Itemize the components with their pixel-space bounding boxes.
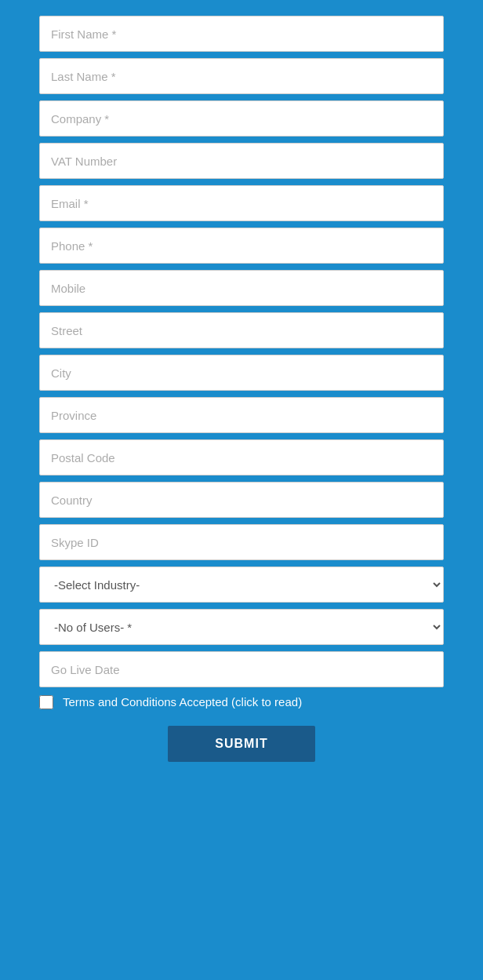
country-field [39, 482, 444, 518]
skype-id-field [39, 524, 444, 560]
vat-number-field [39, 143, 444, 179]
terms-row: Terms and Conditions Accepted (click to … [39, 694, 444, 710]
first-name-field [39, 16, 444, 52]
city-input[interactable] [39, 355, 444, 391]
submit-row: SUBMIT [39, 726, 444, 762]
last-name-input[interactable] [39, 58, 444, 94]
phone-field [39, 228, 444, 264]
province-field [39, 397, 444, 433]
industry-select[interactable]: -Select Industry- Technology Finance Hea… [39, 567, 444, 603]
postal-code-field [39, 439, 444, 475]
form-container: -Select Industry- Technology Finance Hea… [0, 0, 483, 785]
street-field [39, 312, 444, 348]
terms-label[interactable]: Terms and Conditions Accepted (click to … [63, 694, 302, 710]
company-input[interactable] [39, 100, 444, 137]
city-field [39, 355, 444, 391]
street-input[interactable] [39, 312, 444, 348]
vat-number-input[interactable] [39, 143, 444, 179]
email-field [39, 185, 444, 221]
last-name-field [39, 58, 444, 94]
users-field: -No of Users- * 1-10 11-50 51-100 101-50… [39, 609, 444, 645]
users-select[interactable]: -No of Users- * 1-10 11-50 51-100 101-50… [39, 609, 444, 645]
skype-id-input[interactable] [39, 524, 444, 560]
postal-code-input[interactable] [39, 439, 444, 475]
phone-input[interactable] [39, 228, 444, 264]
email-input[interactable] [39, 185, 444, 221]
mobile-input[interactable] [39, 270, 444, 306]
go-live-date-field [39, 651, 444, 687]
terms-checkbox[interactable] [39, 695, 53, 709]
first-name-input[interactable] [39, 16, 444, 52]
submit-button[interactable]: SUBMIT [168, 726, 314, 762]
country-input[interactable] [39, 482, 444, 518]
mobile-field [39, 270, 444, 306]
company-field [39, 100, 444, 137]
province-input[interactable] [39, 397, 444, 433]
go-live-date-input[interactable] [39, 651, 444, 687]
industry-field: -Select Industry- Technology Finance Hea… [39, 567, 444, 603]
